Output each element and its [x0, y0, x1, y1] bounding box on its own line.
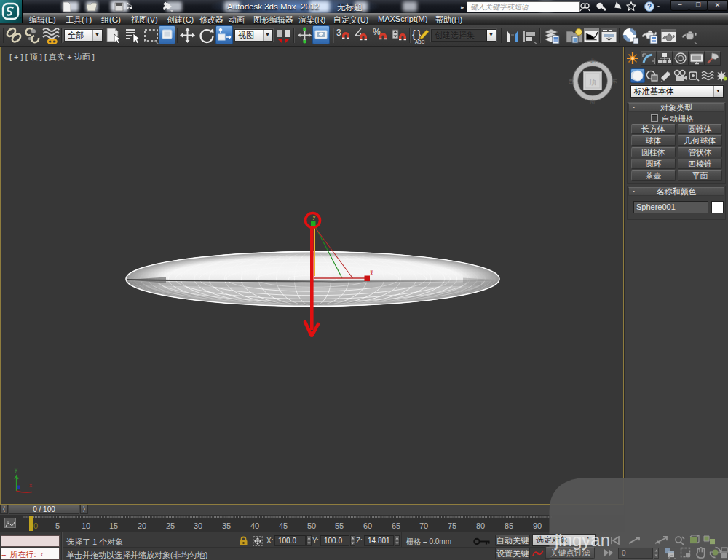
- svg-text:x̃: x̃: [370, 269, 373, 277]
- svg-text:90: 90: [533, 521, 542, 530]
- svg-text:40: 40: [250, 521, 259, 530]
- svg-text:y: y: [313, 213, 316, 220]
- svg-text:50: 50: [307, 521, 316, 530]
- svg-text:75: 75: [448, 521, 456, 530]
- svg-text:35: 35: [222, 521, 231, 530]
- svg-text:?: ?: [647, 3, 652, 11]
- svg-text:ABC: ABC: [415, 39, 425, 44]
- svg-text:85: 85: [505, 521, 513, 530]
- svg-text:5: 5: [55, 521, 60, 530]
- svg-text:30: 30: [194, 521, 202, 530]
- svg-text:y: y: [15, 466, 17, 473]
- svg-text:65: 65: [392, 521, 400, 530]
- svg-text:15: 15: [109, 521, 118, 530]
- svg-text:3: 3: [336, 28, 341, 38]
- svg-text:{ }: { }: [412, 28, 421, 40]
- svg-text:0: 0: [33, 521, 38, 530]
- svg-text:55: 55: [335, 521, 344, 530]
- svg-text:70: 70: [419, 521, 428, 530]
- svg-text:60: 60: [363, 521, 372, 530]
- svg-text:20: 20: [138, 521, 146, 530]
- svg-text:25: 25: [166, 521, 175, 530]
- svg-text:80: 80: [476, 521, 485, 530]
- svg-text:45: 45: [279, 521, 288, 530]
- svg-text:10: 10: [82, 521, 90, 530]
- svg-text:x: x: [29, 482, 32, 489]
